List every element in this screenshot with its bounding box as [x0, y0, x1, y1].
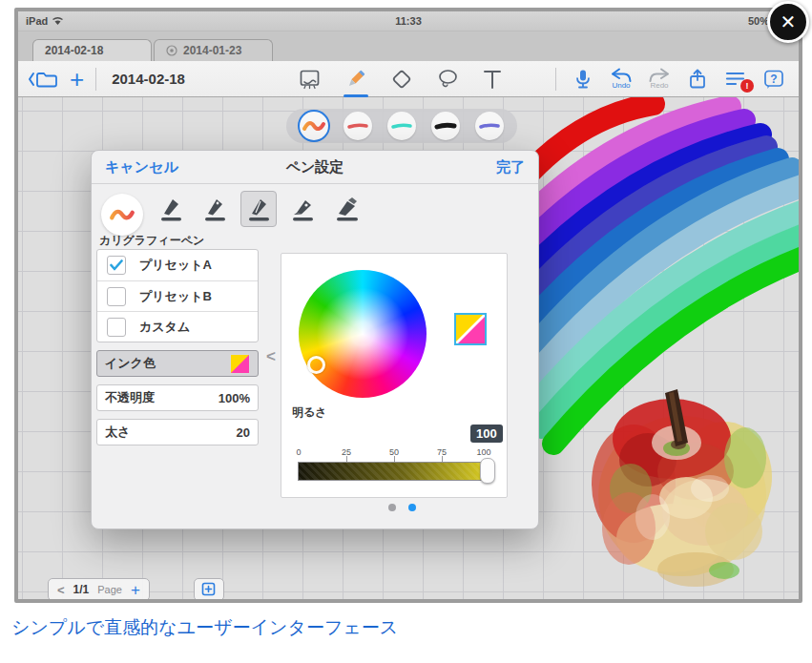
help-button[interactable]: ?	[762, 68, 785, 91]
share-button[interactable]	[686, 68, 709, 91]
pen-swatch-red[interactable]	[344, 112, 372, 140]
brightness-slider-thumb[interactable]	[480, 458, 495, 484]
ink-color-row[interactable]: インク色	[96, 350, 259, 377]
microphone-icon	[572, 68, 594, 91]
opacity-value: 100%	[219, 391, 250, 405]
done-button[interactable]: 完了	[496, 158, 525, 176]
tab-2014-01-23[interactable]: 2014-01-23	[154, 39, 273, 61]
eraser-icon	[390, 68, 413, 91]
pen-swatch-purple[interactable]	[475, 112, 504, 140]
preset-label: カスタム	[139, 319, 190, 336]
color-wheel[interactable]	[299, 270, 427, 398]
preset-row-a[interactable]: プリセットA	[97, 250, 258, 280]
preset-list: プリセットA プリセットB カスタム	[96, 249, 259, 342]
record-audio-button[interactable]	[572, 68, 594, 91]
purple-stroke-icon	[477, 114, 502, 138]
thickness-value: 20	[237, 425, 250, 440]
pen-swatch-cyan[interactable]	[387, 112, 416, 140]
toolbar-divider	[555, 68, 556, 91]
text-tool-icon	[482, 68, 503, 91]
lasso-tool-button[interactable]	[436, 68, 459, 91]
redo-icon	[648, 68, 671, 82]
brightness-value-badge: 100	[470, 425, 503, 443]
pen-section-label: カリグラフィーペン	[99, 233, 204, 249]
check-icon	[110, 259, 123, 271]
pen-nib-icon	[156, 195, 185, 223]
close-icon: ✕	[781, 10, 797, 33]
pen-type-marker[interactable]	[328, 191, 364, 227]
pen-type-ballpoint[interactable]	[197, 191, 233, 227]
note-title: 2014-02-18	[112, 71, 185, 87]
pen-swatch-calligraphy[interactable]	[300, 112, 328, 140]
pen-tool-button[interactable]	[344, 68, 367, 91]
zoom-page-button[interactable]	[194, 578, 224, 599]
pen-preview-stroke-icon	[109, 201, 135, 228]
pen-nib-icon	[244, 195, 273, 223]
page-dot-inactive[interactable]	[388, 504, 396, 511]
thickness-row[interactable]: 太さ 20	[96, 419, 259, 445]
pen-type-pencil[interactable]	[153, 191, 189, 227]
drawing-canvas[interactable]: キャンセル ペン設定 完了	[18, 97, 799, 599]
battery-percent: 50%	[748, 15, 769, 27]
undo-label: Undo	[612, 81, 630, 90]
color-picker-card: 明るさ 100 0 25 50 75 100	[281, 253, 508, 498]
text-tool-button[interactable]	[482, 68, 503, 91]
selected-color-swatch	[454, 313, 487, 345]
pen-preview	[101, 194, 143, 236]
preset-row-b[interactable]: プリセットB	[97, 280, 258, 311]
tab-label: 2014-01-23	[183, 44, 241, 57]
brightness-label: 明るさ	[292, 404, 327, 421]
page-settings-button[interactable]	[298, 68, 322, 91]
pen-nib-icon	[288, 195, 317, 223]
chevron-folder-icon	[28, 69, 58, 90]
page: iPad 11:33 50% 2014-02-18	[0, 0, 812, 663]
activity-feed-button[interactable]: !	[724, 69, 747, 90]
eraser-tool-button[interactable]	[390, 68, 413, 91]
collapse-panel-button[interactable]: <	[266, 347, 276, 366]
checkbox-unchecked[interactable]	[107, 318, 126, 337]
page-curl-icon	[298, 68, 322, 91]
add-note-button[interactable]: +	[70, 67, 84, 92]
undo-button[interactable]: Undo	[610, 68, 633, 90]
apple-drawing	[581, 383, 799, 599]
add-page-button[interactable]: +	[131, 582, 140, 598]
notebook-back-button[interactable]	[28, 69, 58, 90]
tick-label-0: 0	[296, 447, 301, 457]
tab-label: 2014-02-18	[45, 44, 103, 57]
lasso-icon	[436, 68, 459, 91]
opacity-row[interactable]: 不透明度 100%	[96, 384, 259, 411]
notification-badge: !	[740, 79, 754, 93]
main-toolbar: + 2014-02-18	[18, 61, 799, 97]
brightness-slider-track[interactable]	[298, 462, 490, 481]
magnify-add-icon	[201, 582, 217, 597]
share-icon	[686, 68, 709, 91]
pen-swatch-black[interactable]	[431, 112, 460, 140]
preset-label: プリセットB	[139, 288, 212, 305]
pen-swatch-bar	[286, 109, 517, 143]
calligraphy-stroke-icon	[302, 114, 326, 138]
tab-2014-02-18[interactable]: 2014-02-18	[32, 39, 152, 61]
pen-nib-icon	[200, 195, 229, 223]
ink-color-label: インク色	[105, 355, 156, 372]
pen-type-fountain[interactable]	[284, 191, 321, 227]
pen-type-calligraphy[interactable]	[240, 191, 277, 227]
checkbox-checked[interactable]	[107, 256, 126, 275]
previous-page-button[interactable]: <	[57, 583, 65, 597]
page-dot-active[interactable]	[408, 504, 416, 511]
plus-icon: +	[70, 67, 84, 92]
redo-button[interactable]: Redo	[648, 68, 671, 90]
pen-nib-icon	[332, 195, 361, 223]
clock: 11:33	[18, 15, 799, 27]
tick-label-100: 100	[476, 447, 490, 457]
checkbox-unchecked[interactable]	[107, 287, 126, 306]
preset-row-custom[interactable]: カスタム	[97, 311, 258, 342]
color-wheel-selector[interactable]	[307, 356, 325, 374]
pen-type-row	[153, 191, 364, 227]
tab-bar: 2014-02-18 2014-01-23	[18, 31, 799, 61]
close-lightbox-button[interactable]: ✕	[767, 1, 809, 43]
page-label: Page	[97, 584, 122, 595]
dialog-header: キャンセル ペン設定 完了	[92, 151, 538, 184]
thickness-label: 太さ	[105, 424, 130, 441]
red-stroke-icon	[345, 114, 370, 138]
cancel-button[interactable]: キャンセル	[105, 158, 178, 176]
